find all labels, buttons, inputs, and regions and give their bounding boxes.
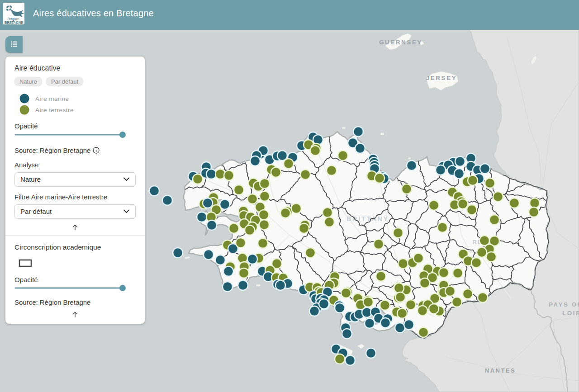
svg-text:JERSEY: JERSEY [426, 75, 457, 81]
svg-text:GUERNSEY: GUERNSEY [379, 39, 422, 46]
svg-text:BRETAGNE: BRETAGNE [5, 20, 23, 25]
svg-text:NANTES: NANTES [485, 367, 516, 374]
svg-text:PAYS OF THE: PAYS OF THE [549, 301, 579, 308]
svg-text:LOIRE: LOIRE [562, 310, 579, 316]
